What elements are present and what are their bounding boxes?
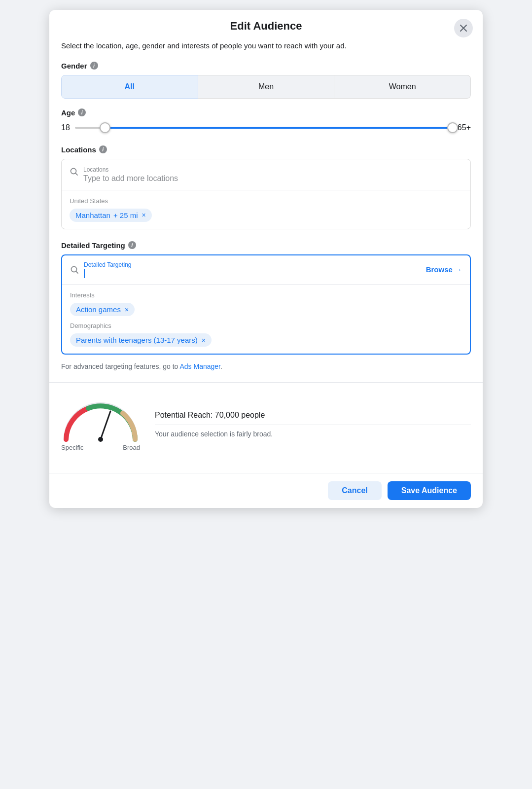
modal-body: Select the location, age, gender and int… [49,40,483,473]
browse-button[interactable]: Browse → [426,265,462,274]
locations-box: Locations Type to add more locations Uni… [61,159,471,229]
gauge-broad-label: Broad [123,444,140,451]
parents-teenagers-tag-remove[interactable]: × [202,336,206,344]
locations-section-label: Locations i [61,145,471,154]
location-tag-extra: + 25 mi [113,211,138,219]
interests-category-label: Interests [70,291,462,299]
age-min-label: 18 [61,123,70,132]
action-games-tag-text: Action games [76,305,121,314]
svg-point-1 [71,266,77,272]
svg-point-3 [98,437,103,442]
targeting-content: Interests Action games × Demographics Pa… [62,285,470,354]
demographics-category-label: Demographics [70,322,462,329]
location-tag-remove[interactable]: × [142,211,146,219]
locations-search-icon [70,167,78,176]
gender-all-button[interactable]: All [61,75,198,99]
parents-teenagers-tag: Parents with teenagers (13-17 years) × [70,333,212,347]
action-games-tag: Action games × [70,303,135,316]
divider [49,382,483,383]
country-label: United States [70,197,462,205]
modal-description: Select the location, age, gender and int… [61,40,471,52]
close-icon [460,24,467,32]
targeting-input-row: Detailed Targeting Browse → [62,255,470,285]
targeting-input-label: Detailed Targeting [84,261,421,268]
advanced-note-before: For advanced targeting features, go to [61,362,180,370]
advanced-note: For advanced targeting features, go to A… [61,362,471,370]
action-games-tag-remove[interactable]: × [125,306,129,314]
age-row: 18 65+ [61,122,471,134]
age-info-icon[interactable]: i [78,108,86,116]
locations-label-text: Locations [61,145,96,154]
age-min-thumb[interactable] [100,122,110,133]
detailed-targeting-info-icon[interactable]: i [128,241,136,249]
gauge-specific-label: Specific [61,444,84,451]
browse-label: Browse → [426,265,462,274]
reach-info: Potential Reach: 70,000 people Your audi… [155,411,471,438]
save-audience-button[interactable]: Save Audience [388,481,471,500]
detailed-targeting-label-text: Detailed Targeting [61,241,125,250]
targeting-box: Detailed Targeting Browse → Interests Ac… [61,254,471,355]
range-fill [105,127,453,129]
svg-point-0 [71,168,76,174]
gender-men-button[interactable]: Men [198,75,335,99]
age-section-label: Age i [61,108,471,117]
locations-placeholder: Type to add more locations [83,174,178,182]
age-label-text: Age [61,108,75,117]
targeting-cursor [84,269,85,278]
age-section: Age i 18 65+ [61,108,471,134]
ads-manager-link[interactable]: Ads Manager [180,362,221,370]
age-max-label: 65+ [458,123,471,132]
targeting-input-inner[interactable]: Detailed Targeting [84,261,421,279]
location-tag-text: Manhattan [75,211,110,219]
age-slider[interactable] [75,122,453,134]
modal-footer: Cancel Save Audience [49,473,483,508]
gender-label-text: Gender [61,62,87,70]
cancel-button[interactable]: Cancel [328,481,381,500]
modal-title: Edit Audience [230,20,302,33]
location-tag-manhattan: Manhattan + 25 mi × [70,209,152,222]
gender-info-icon[interactable]: i [90,62,98,70]
advanced-note-after: . [220,362,222,370]
potential-reach-text: Potential Reach: 70,000 people [155,411,471,425]
locations-info-icon[interactable]: i [99,145,107,153]
locations-input-row: Locations Type to add more locations [62,159,470,190]
svg-line-2 [101,411,110,439]
detailed-targeting-label: Detailed Targeting i [61,241,471,250]
reach-section: Specific Broad Potential Reach: 70,000 p… [61,393,471,461]
gauge-svg [61,397,140,442]
locations-section: Locations i Locations Type to add more l… [61,145,471,229]
locations-results: United States Manhattan + 25 mi × [62,190,470,229]
gender-women-button[interactable]: Women [334,75,471,99]
gender-section-label: Gender i [61,62,471,70]
locations-input-inner[interactable]: Locations Type to add more locations [83,166,462,183]
detailed-targeting-section: Detailed Targeting i Detailed Targeting … [61,241,471,355]
gender-buttons-group: All Men Women [61,75,471,99]
gauge-container: Specific Broad [61,397,140,451]
gauge-labels: Specific Broad [61,444,140,451]
targeting-search-icon [70,265,79,274]
parents-teenagers-tag-text: Parents with teenagers (13-17 years) [76,336,198,344]
modal-header: Edit Audience [49,10,483,40]
close-button[interactable] [454,19,473,37]
age-max-thumb[interactable] [447,122,458,133]
locations-input-label: Locations [83,166,462,173]
edit-audience-modal: Edit Audience Select the location, age, … [49,10,483,508]
reach-description: Your audience selection is fairly broad. [155,430,471,438]
